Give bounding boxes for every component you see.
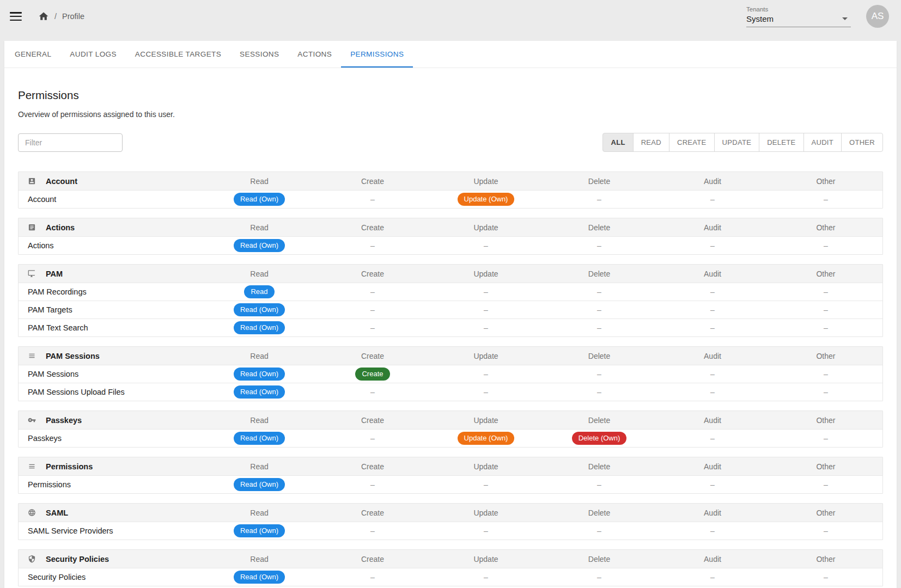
empty-dash: – xyxy=(710,305,715,314)
column-header-create: Create xyxy=(316,270,429,278)
empty-dash: – xyxy=(597,370,601,378)
empty-cell: – xyxy=(769,370,882,378)
column-header-read: Read xyxy=(203,416,316,425)
permissions-content: Permissions Overview of permissions assi… xyxy=(4,68,897,586)
empty-cell: – xyxy=(656,241,769,250)
filter-input[interactable] xyxy=(18,133,123,152)
permission-badge: Read (Own) xyxy=(234,385,285,399)
column-header-delete: Delete xyxy=(543,352,656,360)
column-header-read: Read xyxy=(203,555,316,564)
empty-cell: – xyxy=(543,241,656,250)
section-title: PAM Sessions xyxy=(19,352,203,360)
empty-dash: – xyxy=(710,195,715,204)
tab-general[interactable]: GENERAL xyxy=(5,41,60,68)
avatar[interactable]: AS xyxy=(866,5,889,28)
tab-sessions[interactable]: SESSIONS xyxy=(230,41,288,68)
column-header-read: Read xyxy=(203,509,316,517)
tab-actions[interactable]: ACTIONS xyxy=(288,41,341,68)
empty-cell: – xyxy=(656,195,769,204)
section-header-row: PermissionsReadCreateUpdateDeleteAuditOt… xyxy=(19,457,882,475)
empty-dash: – xyxy=(710,323,715,332)
breadcrumb-separator: / xyxy=(54,12,57,21)
permission-badge: Read (Own) xyxy=(234,239,285,252)
tenant-select[interactable]: Tenants System xyxy=(746,6,851,27)
empty-dash: – xyxy=(824,241,828,250)
menu-icon[interactable] xyxy=(10,12,22,21)
row-name: PAM Text Search xyxy=(19,323,203,332)
column-header-create: Create xyxy=(316,462,429,471)
empty-cell: – xyxy=(543,305,656,314)
section-title: Security Policies xyxy=(19,555,203,564)
empty-dash: – xyxy=(370,388,375,396)
empty-dash: – xyxy=(370,434,375,443)
permission-section-account: AccountReadCreateUpdateDeleteAuditOtherA… xyxy=(18,171,883,209)
article-icon xyxy=(28,223,36,231)
section-header-row: SAMLReadCreateUpdateDeleteAuditOther xyxy=(19,504,882,522)
table-row: SAML Service ProvidersRead (Own)––––– xyxy=(19,522,882,540)
permission-cell-read: Read (Own) xyxy=(203,303,316,316)
tab-bar: GENERALAUDIT LOGSACCESSIBLE TARGETSSESSI… xyxy=(4,41,897,68)
empty-cell: – xyxy=(656,526,769,535)
section-title: SAML xyxy=(19,509,203,517)
empty-cell: – xyxy=(769,480,882,489)
empty-dash: – xyxy=(597,287,601,296)
empty-dash: – xyxy=(484,305,488,314)
empty-dash: – xyxy=(824,526,828,535)
tab-accessible-targets[interactable]: ACCESSIBLE TARGETS xyxy=(126,41,230,68)
empty-cell: – xyxy=(656,434,769,443)
column-header-other: Other xyxy=(769,416,882,425)
topbar: / Profile Tenants System AS xyxy=(0,0,901,33)
section-header-row: ActionsReadCreateUpdateDeleteAuditOther xyxy=(19,218,882,236)
empty-cell: – xyxy=(429,370,543,378)
filter-button-all[interactable]: ALL xyxy=(602,133,633,152)
empty-cell: – xyxy=(316,434,429,443)
column-header-read: Read xyxy=(203,462,316,471)
empty-dash: – xyxy=(710,241,715,250)
empty-cell: – xyxy=(543,287,656,296)
filter-button-delete[interactable]: DELETE xyxy=(759,133,803,152)
section-title-label: SAML xyxy=(46,509,68,517)
permission-badge: Read (Own) xyxy=(234,367,285,381)
section-title: Passkeys xyxy=(19,416,203,425)
empty-dash: – xyxy=(484,573,488,581)
column-header-delete: Delete xyxy=(543,270,656,278)
empty-cell: – xyxy=(656,480,769,489)
section-title-label: Permissions xyxy=(46,462,93,471)
empty-cell: – xyxy=(769,388,882,396)
empty-cell: – xyxy=(656,573,769,581)
home-icon[interactable] xyxy=(38,11,49,22)
empty-dash: – xyxy=(370,480,375,489)
permission-cell-read: Read (Own) xyxy=(203,571,316,584)
filter-button-audit[interactable]: AUDIT xyxy=(803,133,842,152)
tab-permissions[interactable]: PERMISSIONS xyxy=(341,41,413,68)
empty-dash: – xyxy=(710,573,715,581)
empty-dash: – xyxy=(824,434,828,443)
tab-audit-logs[interactable]: AUDIT LOGS xyxy=(60,41,126,68)
empty-dash: – xyxy=(370,241,375,250)
section-title-label: Security Policies xyxy=(46,555,109,564)
column-header-create: Create xyxy=(316,352,429,360)
permission-cell-update: Update (Own) xyxy=(429,193,543,206)
row-name: PAM Sessions xyxy=(19,370,203,378)
permission-badge: Create xyxy=(355,367,389,381)
filter-button-other[interactable]: OTHER xyxy=(841,133,883,152)
row-name: Actions xyxy=(19,241,203,250)
empty-cell: – xyxy=(316,195,429,204)
column-header-other: Other xyxy=(769,270,882,278)
permission-badge: Update (Own) xyxy=(458,193,515,206)
section-header-row: PasskeysReadCreateUpdateDeleteAuditOther xyxy=(19,411,882,429)
column-header-audit: Audit xyxy=(656,416,769,425)
column-header-delete: Delete xyxy=(543,509,656,517)
permission-section-saml: SAMLReadCreateUpdateDeleteAuditOtherSAML… xyxy=(18,503,883,540)
filter-button-create[interactable]: CREATE xyxy=(669,133,715,152)
filter-button-read[interactable]: READ xyxy=(633,133,669,152)
column-header-other: Other xyxy=(769,223,882,232)
empty-cell: – xyxy=(429,287,543,296)
empty-cell: – xyxy=(769,323,882,332)
empty-dash: – xyxy=(597,323,601,332)
table-row: PermissionsRead (Own)––––– xyxy=(19,475,882,493)
empty-dash: – xyxy=(824,388,828,396)
filter-button-update[interactable]: UPDATE xyxy=(714,133,760,152)
column-header-other: Other xyxy=(769,509,882,517)
empty-cell: – xyxy=(656,323,769,332)
